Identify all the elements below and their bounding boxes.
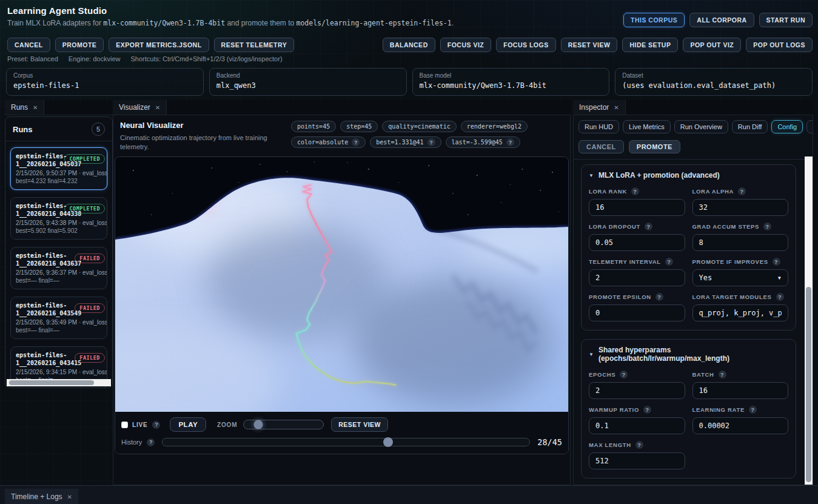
- help-icon[interactable]: ?: [352, 138, 360, 146]
- all-corpora-button[interactable]: ALL CORPORA: [689, 13, 754, 27]
- dataset-card-label: Dataset: [622, 72, 805, 79]
- help-icon[interactable]: ?: [631, 187, 639, 195]
- telemetry-interval-input[interactable]: [589, 269, 685, 286]
- runs-horizontal-scrollbar[interactable]: [7, 379, 111, 386]
- points-badge: points=45: [291, 121, 336, 132]
- run-list-item[interactable]: epstein-files-1__20260216_043637 FAILED …: [10, 247, 107, 289]
- lora-target-modules-input[interactable]: [692, 304, 789, 321]
- tab-config[interactable]: Config: [771, 120, 803, 133]
- zoom-slider-thumb[interactable]: [253, 420, 263, 429]
- runs-count-badge: 5: [92, 123, 105, 136]
- close-icon[interactable]: ✕: [67, 494, 72, 500]
- tab-timeline-logs[interactable]: Timeline + Logs✕: [5, 489, 78, 504]
- backend-card-label: Backend: [216, 72, 400, 79]
- close-icon[interactable]: ✕: [614, 104, 619, 111]
- tab-inspector[interactable]: Inspector✕: [573, 100, 626, 115]
- close-icon[interactable]: ✕: [33, 104, 38, 111]
- start-run-button[interactable]: START RUN: [759, 13, 813, 27]
- reset-view-viz-button[interactable]: RESET VIEW: [331, 417, 388, 432]
- help-icon[interactable]: ?: [719, 371, 726, 378]
- play-button[interactable]: PLAY: [170, 417, 206, 432]
- toolbar-right: BALANCED FOCUS VIZ FOCUS LOGS RESET VIEW…: [383, 38, 813, 52]
- grad-accum-steps-input[interactable]: [692, 234, 789, 251]
- dataset-card-value: (uses evaluation.eval_dataset_path): [622, 81, 805, 90]
- lora-alpha-input[interactable]: [692, 199, 789, 216]
- zoom-label: ZOOM: [217, 422, 237, 428]
- help-icon[interactable]: ?: [763, 223, 771, 230]
- help-icon[interactable]: ?: [506, 138, 514, 146]
- this-corpus-button[interactable]: THIS CORPUS: [623, 13, 685, 27]
- help-icon[interactable]: ?: [147, 438, 155, 446]
- lora-section-header[interactable]: ▼ MLX LoRA + promotion (advanced): [589, 171, 788, 180]
- collapse-arrow-icon: ▼: [589, 173, 594, 178]
- zoom-slider[interactable]: [243, 420, 324, 429]
- hyperparams-section-header[interactable]: ▼ Shared hyperparams (epochs/batch/lr/wa…: [589, 346, 788, 363]
- history-slider-thumb[interactable]: [383, 437, 393, 447]
- help-icon[interactable]: ?: [427, 138, 435, 146]
- tab-run-diff[interactable]: Run Diff: [732, 120, 768, 133]
- scrollbar-thumb[interactable]: [9, 380, 94, 385]
- learning-rate-input[interactable]: [692, 417, 789, 434]
- status-badge: COMPLETED: [64, 154, 105, 164]
- cancel-button[interactable]: CANCEL: [7, 38, 50, 52]
- tab-live-metrics[interactable]: Live Metrics: [623, 120, 671, 133]
- help-icon[interactable]: ?: [643, 406, 651, 414]
- status-badge: FAILED: [75, 254, 105, 263]
- focus-logs-button[interactable]: FOCUS LOGS: [496, 38, 555, 52]
- help-icon[interactable]: ?: [620, 371, 628, 378]
- help-icon[interactable]: ?: [152, 421, 160, 429]
- tab-run-hud[interactable]: Run HUD: [578, 120, 619, 133]
- help-icon[interactable]: ?: [635, 441, 643, 449]
- reset-view-button[interactable]: RESET VIEW: [561, 38, 618, 52]
- run-list-item[interactable]: epstein-files-1__20260216_044338 COMPLET…: [10, 197, 107, 240]
- help-icon[interactable]: ?: [776, 293, 784, 301]
- pop-out-logs-button[interactable]: POP OUT LOGS: [746, 38, 813, 52]
- tab-run-overview[interactable]: Run Overview: [674, 120, 728, 133]
- tab-debug-prompt[interactable]: Debug Prompt: [806, 120, 813, 133]
- batch-input[interactable]: [692, 382, 789, 399]
- help-icon[interactable]: ?: [665, 258, 673, 266]
- visualizer-controls: LIVE ? PLAY ZOOM RESET VIEW History ? 28…: [115, 412, 568, 454]
- promote-epsilon-input[interactable]: [589, 304, 685, 321]
- scrollbar-thumb[interactable]: [806, 287, 811, 482]
- run-list-item[interactable]: epstein-files-1__20260216_043549 FAILED …: [10, 297, 107, 339]
- collapse-arrow-icon: ▼: [589, 352, 594, 357]
- visualizer-stage: LIVE ? PLAY ZOOM RESET VIEW History ? 28…: [115, 156, 569, 454]
- inspector-cancel-button[interactable]: CANCEL: [578, 140, 624, 153]
- pop-out-viz-button[interactable]: POP OUT VIZ: [683, 38, 741, 52]
- inspector-tabstrip: Inspector✕: [573, 100, 813, 115]
- tab-runs[interactable]: Runs✕: [5, 100, 44, 115]
- epochs-input[interactable]: [589, 382, 685, 399]
- help-icon[interactable]: ?: [749, 406, 757, 414]
- warmup-ratio-input[interactable]: [589, 417, 685, 434]
- run-name: epstein-files-1__20260216_043549: [16, 301, 84, 317]
- base-model-card: Base model mlx-community/Qwen3-1.7B-4bit: [412, 68, 610, 96]
- inspector-panel-group: Inspector✕ Run HUD Live Metrics Run Over…: [573, 100, 813, 488]
- promote-button[interactable]: PROMOTE: [55, 38, 104, 52]
- run-list-item[interactable]: epstein-files-1__20260216_045037 COMPLET…: [10, 147, 107, 190]
- balanced-preset-button[interactable]: BALANCED: [383, 38, 435, 52]
- export-metrics-button[interactable]: EXPORT METRICS.JSONL: [109, 38, 209, 52]
- lora-dropout-input[interactable]: [589, 234, 685, 251]
- close-icon[interactable]: ✕: [155, 104, 160, 111]
- inspector-promote-button[interactable]: PROMOTE: [629, 140, 680, 153]
- max-length-input[interactable]: [589, 452, 685, 469]
- help-icon[interactable]: ?: [738, 187, 746, 195]
- reset-telemetry-button[interactable]: RESET TELEMETRY: [214, 38, 295, 52]
- inspector-scrollbar[interactable]: [805, 156, 813, 485]
- runs-panel-title: Runs: [13, 125, 33, 134]
- tab-visualizer[interactable]: Visualizer✕: [113, 100, 167, 115]
- history-slider[interactable]: [162, 438, 530, 446]
- promote-if-improves-select[interactable]: Yes ▾: [692, 269, 789, 286]
- lora-rank-input[interactable]: [589, 199, 685, 216]
- hide-setup-button[interactable]: HIDE SETUP: [622, 38, 678, 52]
- terrain-3d-canvas[interactable]: [115, 157, 568, 412]
- focus-viz-button[interactable]: FOCUS VIZ: [440, 38, 492, 52]
- inspector-panel: Run HUD Live Metrics Run Overview Run Di…: [573, 115, 813, 485]
- live-checkbox[interactable]: [121, 422, 128, 428]
- run-name: epstein-files-1__20260216_043415: [16, 351, 84, 367]
- help-icon[interactable]: ?: [655, 293, 663, 301]
- help-icon[interactable]: ?: [773, 258, 780, 266]
- chevron-down-icon: ▾: [777, 270, 782, 286]
- help-icon[interactable]: ?: [645, 223, 652, 230]
